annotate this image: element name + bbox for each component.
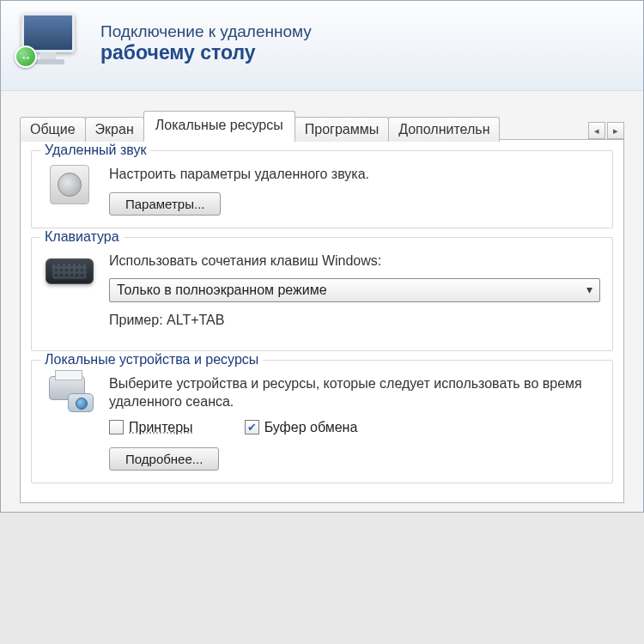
group-legend: Клавиатура bbox=[40, 229, 124, 245]
checkbox-box bbox=[109, 420, 124, 434]
keyboard-example: Пример: ALT+TAB bbox=[109, 311, 600, 330]
tab-scroll: ◂ ▸ bbox=[588, 122, 624, 139]
more-devices-button[interactable]: Подробнее... bbox=[109, 447, 219, 471]
group-remote-audio: Удаленный звук Настроить параметры удале… bbox=[31, 150, 613, 228]
title-line-2: рабочему столу bbox=[100, 41, 312, 64]
tab-panel-local-resources: Удаленный звук Настроить параметры удале… bbox=[20, 139, 624, 503]
local-desc: Выберите устройства и ресурсы, которые с… bbox=[109, 374, 600, 411]
keyboard-mode-dropdown[interactable]: Только в полноэкранном режиме bbox=[109, 278, 600, 302]
group-keyboard: Клавиатура Использовать сочетания клавиш… bbox=[31, 237, 613, 351]
audio-desc: Настроить параметры удаленного звука. bbox=[109, 165, 600, 184]
keyboard-icon bbox=[44, 252, 95, 296]
connection-badge-icon: ↔ bbox=[15, 46, 37, 68]
tab-display[interactable]: Экран bbox=[85, 117, 144, 142]
group-legend: Удаленный звук bbox=[40, 143, 150, 158]
tab-strip: Общие Экран Локальные ресурсы Программы … bbox=[20, 110, 624, 139]
printers-label: Принтеры bbox=[129, 420, 193, 435]
devices-icon bbox=[44, 374, 95, 419]
clipboard-label: Буфер обмена bbox=[264, 420, 358, 435]
keyboard-desc: Использовать сочетания клавиш Windows: bbox=[109, 252, 600, 270]
title-line-1: Подключение к удаленному bbox=[100, 22, 312, 41]
tab-local-resources[interactable]: Локальные ресурсы bbox=[143, 111, 295, 140]
dialog-header: ↔ Подключение к удаленному рабочему стол… bbox=[1, 1, 643, 91]
audio-settings-button[interactable]: Параметры... bbox=[109, 192, 221, 216]
tab-scroll-left[interactable]: ◂ bbox=[588, 122, 605, 139]
dialog-title: Подключение к удаленному рабочему столу bbox=[100, 22, 312, 64]
rdp-options-window: ↔ Подключение к удаленному рабочему стол… bbox=[0, 0, 644, 513]
group-local-devices: Локальные устройства и ресурсы Выберите … bbox=[31, 360, 613, 483]
printers-checkbox[interactable]: Принтеры bbox=[109, 420, 193, 435]
tab-general[interactable]: Общие bbox=[20, 117, 86, 142]
rdp-icon: ↔ bbox=[16, 13, 85, 73]
speaker-icon bbox=[44, 165, 95, 210]
dialog-body: Общие Экран Локальные ресурсы Программы … bbox=[1, 91, 643, 512]
tab-programs[interactable]: Программы bbox=[295, 117, 389, 142]
checkbox-box: ✔ bbox=[245, 420, 259, 434]
group-legend: Локальные устройства и ресурсы bbox=[40, 352, 263, 368]
clipboard-checkbox[interactable]: ✔ Буфер обмена bbox=[245, 420, 358, 435]
tab-scroll-right[interactable]: ▸ bbox=[607, 122, 624, 139]
tab-advanced[interactable]: Дополнительн bbox=[388, 117, 500, 142]
